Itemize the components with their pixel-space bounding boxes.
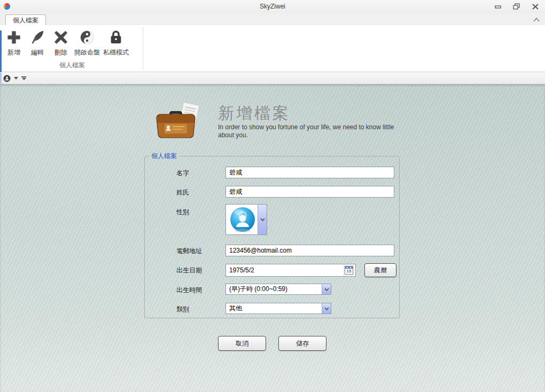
edit-button[interactable]: 編輯 (26, 26, 49, 57)
open-chart-icon (78, 28, 96, 46)
open-chart-button[interactable]: 開啟命盤 (73, 26, 102, 57)
email-input[interactable] (225, 245, 394, 256)
restore-button[interactable] (509, 2, 524, 11)
birth-time-dropdown[interactable]: (早)子時 (0:00~0:59) (225, 284, 331, 295)
lunar-calendar-button[interactable]: 農曆 (364, 263, 396, 277)
page-subtitle: In order to show you fortune of your lif… (218, 123, 406, 139)
email-label: 電郵地址 (176, 247, 202, 256)
category-dropdown-arrow[interactable] (322, 303, 331, 313)
privacy-lock-icon (107, 28, 125, 46)
cancel-button[interactable]: 取消 (218, 336, 266, 351)
profile-badge-icon[interactable] (3, 75, 11, 82)
birth-date-label: 出生日期 (176, 266, 202, 275)
birth-time-value: (早)子時 (0:00~0:59) (226, 284, 322, 294)
privacy-mode-button-label: 私穩模式 (103, 48, 129, 57)
ribbon-tab-row: 個人檔案 (0, 13, 545, 25)
ribbon: 新增 編輯 (0, 25, 545, 72)
gender-dropdown[interactable] (225, 204, 267, 235)
qat-accent-strip (0, 73, 2, 84)
open-chart-button-label: 開啟命盤 (74, 48, 100, 57)
groupbox-label: 個人檔案 (149, 152, 179, 161)
title-bar: SkyZiwei (0, 0, 545, 13)
add-icon (5, 28, 23, 46)
birth-time-dropdown-arrow[interactable] (322, 284, 331, 294)
delete-button-label: 刪除 (54, 48, 67, 57)
page-title: 新增檔案 (218, 103, 291, 124)
new-button-label: 新增 (7, 48, 20, 57)
ribbon-group-profile: 新增 編輯 (2, 26, 142, 71)
close-button[interactable] (528, 2, 543, 11)
collapse-ribbon-icon[interactable] (533, 16, 540, 23)
qat-dropdown-icon[interactable] (14, 77, 18, 80)
window-title: SkyZiwei (0, 3, 545, 10)
calendar-button[interactable]: 15 (343, 265, 355, 276)
app-window: SkyZiwei 個人檔案 (0, 0, 545, 392)
last-name-input[interactable] (225, 186, 394, 198)
quick-access-toolbar (0, 73, 545, 84)
edit-button-label: 編輯 (31, 48, 44, 57)
edit-icon (28, 28, 46, 46)
ribbon-group-label: 個人檔案 (2, 61, 142, 70)
male-avatar-icon (229, 206, 256, 233)
calendar-icon: 15 (345, 266, 353, 275)
qat-customize-icon[interactable] (21, 76, 26, 80)
save-button-label: 儲存 (296, 339, 309, 348)
category-dropdown[interactable]: 其他 (225, 303, 331, 314)
lunar-calendar-button-label: 農曆 (374, 266, 387, 275)
birth-time-label: 出生時間 (176, 286, 202, 295)
minimize-button[interactable] (490, 2, 505, 11)
tab-personal-profile[interactable]: 個人檔案 (5, 14, 46, 26)
gender-dropdown-arrow[interactable] (258, 205, 267, 234)
delete-icon (52, 28, 70, 46)
birth-date-value[interactable]: 1975/5/2 (226, 266, 343, 274)
privacy-mode-button[interactable]: 私穩模式 (102, 26, 130, 57)
content-area: 新增檔案 In order to show you fortune of you… (0, 84, 545, 392)
ribbon-group-separator (143, 27, 143, 70)
category-value: 其他 (226, 303, 322, 313)
delete-button[interactable]: 刪除 (49, 26, 73, 57)
save-button[interactable]: 儲存 (278, 336, 326, 351)
new-button[interactable]: 新增 (2, 26, 26, 57)
briefcase-icon (154, 103, 203, 140)
cancel-button-label: 取消 (236, 339, 248, 348)
tab-label: 個人檔案 (13, 16, 38, 25)
first-name-input[interactable] (225, 167, 394, 178)
first-name-label: 名字 (176, 169, 189, 178)
category-label: 類別 (176, 305, 189, 314)
ribbon-accent-strip (0, 30, 2, 72)
last-name-label: 姓氏 (176, 188, 189, 197)
birth-date-picker[interactable]: 1975/5/2 15 (225, 264, 356, 277)
gender-label: 性別 (176, 208, 189, 217)
